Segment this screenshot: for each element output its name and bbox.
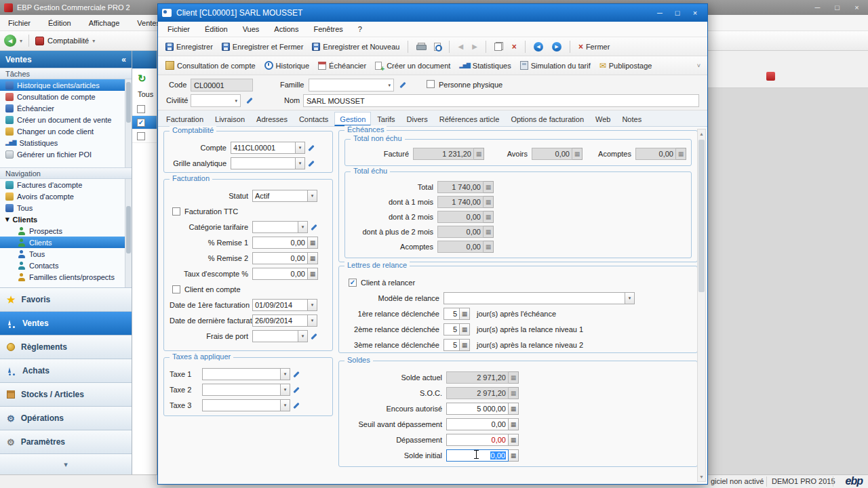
- calculator-icon[interactable]: ▦: [460, 323, 470, 336]
- task-changer-code[interactable]: Changer un code client: [0, 125, 132, 137]
- code-field[interactable]: CL00001: [191, 79, 253, 92]
- dropdown-icon[interactable]: ▾: [625, 292, 635, 304]
- list-filter-value[interactable]: Tous: [132, 85, 157, 102]
- consultation-compte-button[interactable]: Consultation de compte: [162, 60, 259, 71]
- print-preview-button[interactable]: [431, 41, 444, 52]
- taxe2-edit-icon[interactable]: [292, 386, 300, 394]
- tree-familles[interactable]: Familles clients/prospects: [0, 271, 132, 283]
- expander-icon[interactable]: ▾: [5, 215, 9, 224]
- frais-de-port-edit-icon[interactable]: [310, 332, 318, 340]
- nav-avoirs-acompte[interactable]: Avoirs d'acompte: [0, 190, 132, 202]
- depassement-field[interactable]: 0,00: [446, 434, 509, 446]
- tab-divers[interactable]: Divers: [401, 112, 433, 126]
- list-row[interactable]: [132, 129, 157, 143]
- list-row-selected[interactable]: ✓: [132, 116, 157, 129]
- taux-escompte-field[interactable]: 0,00: [252, 268, 308, 280]
- tab-gestion[interactable]: Gestion: [334, 112, 371, 126]
- famille-edit-icon[interactable]: [399, 81, 407, 89]
- save-button[interactable]: Enregistrer: [162, 41, 216, 52]
- categorie-tarifaire-combo[interactable]: [252, 221, 298, 233]
- tab-references-article[interactable]: Références article: [434, 112, 505, 126]
- task-generer-poi[interactable]: Générer un fichier POI: [0, 148, 132, 160]
- minimize-button[interactable]: ─: [808, 1, 827, 14]
- accordion-favoris[interactable]: ★Favoris: [0, 287, 132, 311]
- nav-factures-acompte[interactable]: Factures d'acompte: [0, 179, 132, 190]
- dropdown-icon[interactable]: ▾: [298, 330, 308, 342]
- dialog-close-button[interactable]: ×: [687, 7, 703, 19]
- tree-prospects[interactable]: Prospects: [0, 225, 132, 237]
- relance2-field[interactable]: 5: [443, 323, 460, 336]
- calculator-icon[interactable]: ▦: [509, 403, 519, 415]
- dropdown-icon[interactable]: ▾: [281, 368, 290, 380]
- civilite-combo[interactable]: ▾: [191, 94, 241, 107]
- tasks-section-header[interactable]: Tâches: [0, 68, 132, 79]
- dialog-menu-fichier[interactable]: Fichier: [167, 25, 190, 33]
- dialog-menu-actions[interactable]: Actions: [274, 25, 298, 33]
- dialog-titlebar[interactable]: Client [CL00001] SARL MOUSSET ─ □ ×: [158, 4, 707, 22]
- task-historique-clients[interactable]: Historique clients/articles: [0, 79, 132, 91]
- dropdown-icon[interactable]: ▾: [296, 142, 305, 154]
- accordion-ventes[interactable]: Ventes: [0, 311, 132, 335]
- menu-ventes[interactable]: Ventes: [137, 19, 160, 27]
- compte-edit-icon[interactable]: [307, 144, 315, 152]
- tab-contacts[interactable]: Contacts: [294, 112, 334, 126]
- close-dialog-button[interactable]: ×Fermer: [575, 41, 613, 53]
- dialog-menu-edition[interactable]: Édition: [205, 25, 228, 33]
- toolbar-overflow-chevron[interactable]: ˅: [697, 62, 703, 69]
- dropdown-icon[interactable]: ▾: [281, 384, 290, 396]
- tab-notes[interactable]: Notes: [616, 112, 647, 126]
- accordion-overflow-button[interactable]: ▾: [0, 453, 132, 474]
- save-new-button[interactable]: Enregistrer et Nouveau: [309, 41, 403, 52]
- statistiques-button[interactable]: ▂▅▇Statistiques: [456, 60, 514, 71]
- categorie-edit-icon[interactable]: [310, 223, 318, 231]
- task-creer-document[interactable]: Créer un document de vente: [0, 114, 132, 125]
- date-derniere-facturation-field[interactable]: 26/09/2014: [252, 314, 308, 327]
- menu-edition[interactable]: Édition: [48, 19, 71, 27]
- remise2-field[interactable]: 0,00: [252, 252, 308, 264]
- tab-facturation[interactable]: Facturation: [161, 112, 209, 126]
- row-checkbox[interactable]: [137, 105, 145, 113]
- menu-fichier[interactable]: Fichier: [8, 19, 31, 27]
- back-nav-dropdown[interactable]: ▾: [20, 38, 22, 44]
- task-echeancier[interactable]: Échéancier: [0, 102, 132, 114]
- relance1-field[interactable]: 5: [443, 308, 460, 320]
- content-scrollbar[interactable]: ▲ ▼: [697, 129, 706, 482]
- dialog-minimize-button[interactable]: ─: [652, 7, 668, 19]
- client-a-relancer-checkbox[interactable]: ✓: [349, 279, 357, 287]
- tab-tarifs[interactable]: Tarifs: [372, 112, 400, 126]
- previous-record-button[interactable]: ◀: [530, 41, 547, 53]
- client-en-compte-checkbox[interactable]: [172, 285, 180, 293]
- dropdown-icon[interactable]: ▾: [308, 190, 317, 202]
- calculator-icon[interactable]: ▦: [308, 268, 318, 280]
- tree-clients-selected[interactable]: Clients: [0, 237, 132, 248]
- row-checkbox[interactable]: ✓: [137, 119, 145, 127]
- navigation-scrollbar-thumb[interactable]: [126, 206, 131, 253]
- taxe3-combo[interactable]: [202, 399, 281, 411]
- task-statistiques[interactable]: ▂▅▇Statistiques: [0, 137, 132, 148]
- next-record-button[interactable]: ▶: [549, 41, 565, 53]
- calculator-icon[interactable]: ▦: [460, 308, 470, 320]
- accordion-parametres[interactable]: ⚙Paramètres: [0, 430, 132, 453]
- refresh-icon[interactable]: ↻: [132, 68, 157, 85]
- navigation-section-header[interactable]: Navigation: [0, 167, 132, 179]
- nom-field[interactable]: SARL MOUSSET: [303, 94, 699, 107]
- tasks-scrollbar-thumb[interactable]: [126, 82, 131, 123]
- calculator-icon[interactable]: ▦: [460, 339, 470, 351]
- accordion-achats[interactable]: Achats: [0, 359, 132, 382]
- navigation-scrollbar[interactable]: [125, 179, 132, 287]
- task-consultation-compte[interactable]: Consultation de compte: [0, 91, 132, 102]
- accordion-stocks[interactable]: Stocks / Articles: [0, 382, 132, 406]
- close-button[interactable]: ×: [847, 1, 867, 14]
- tab-web[interactable]: Web: [590, 112, 616, 126]
- tree-root-clients[interactable]: ▾Clients: [0, 214, 132, 225]
- tab-livraison[interactable]: Livraison: [210, 112, 250, 126]
- tab-adresses[interactable]: Adresses: [251, 112, 293, 126]
- taxe1-edit-icon[interactable]: [292, 370, 300, 378]
- personne-physique-checkbox[interactable]: [427, 80, 435, 88]
- scroll-up-icon[interactable]: ▲: [698, 129, 705, 138]
- relance3-field[interactable]: 5: [443, 339, 460, 351]
- list-row[interactable]: [132, 102, 157, 116]
- dropdown-icon[interactable]: ▾: [296, 157, 305, 169]
- compte-combo[interactable]: 411CL00001: [231, 142, 296, 154]
- dropdown-icon[interactable]: ▾: [308, 314, 317, 327]
